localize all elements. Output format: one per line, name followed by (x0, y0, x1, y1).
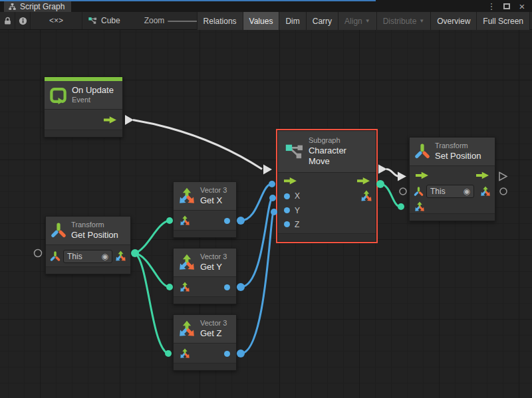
exec-wire-end-arrow (398, 172, 406, 181)
target-field[interactable]: This ◉ (426, 185, 474, 198)
relations-button[interactable]: Relations (197, 12, 243, 30)
wire-getx-charactermove-x (241, 184, 271, 221)
node-get-x[interactable]: Vector 3 Get X (173, 181, 237, 238)
graph-toolbar: <×> Cube Zoom 1x Relations Values Dim Ca… (0, 12, 532, 30)
wire-endpoint (166, 284, 173, 290)
unconnected-port-circle[interactable] (500, 188, 507, 195)
wire-endpoint (269, 195, 276, 201)
window-menu-button[interactable]: ⋮ (486, 0, 497, 12)
values-button[interactable]: Values (243, 12, 279, 30)
lock-icon (3, 16, 13, 26)
node-type: Vector 3 (200, 186, 227, 195)
input-port-x[interactable] (284, 193, 290, 199)
vector3-output-port[interactable] (115, 250, 126, 262)
vector3-output-port[interactable] (360, 190, 372, 202)
float-output-port[interactable] (224, 351, 230, 357)
node-type: Transform (435, 142, 481, 151)
exec-wire-start-arrow (378, 165, 387, 174)
exec-wire-end-arrow (263, 165, 272, 175)
node-title: Get Z (200, 328, 227, 339)
wire-endpoint (237, 349, 245, 357)
wire-endpoint (131, 249, 139, 257)
node-subtitle: Event (72, 96, 114, 105)
transform-input-port[interactable] (50, 251, 61, 262)
graph-canvas[interactable]: On Update Event Transform Get Position (0, 30, 532, 398)
focus-indicator (0, 0, 376, 1)
vector3-input-port[interactable] (414, 201, 425, 212)
float-output-port[interactable] (224, 218, 230, 224)
target-field[interactable]: This ◉ (63, 250, 112, 263)
vector3-input-port[interactable] (180, 215, 190, 226)
node-footer (46, 267, 130, 274)
align-dropdown[interactable]: Align ▼ (338, 12, 376, 30)
graph-hierarchy-icon (8, 3, 17, 11)
node-get-y[interactable]: Vector 3 Get Y (173, 248, 237, 304)
exec-output-port[interactable] (104, 116, 116, 124)
tab-title: Script Graph (20, 2, 65, 11)
chevron-down-icon: ▼ (419, 18, 424, 24)
window-close-button[interactable]: × (516, 0, 528, 12)
unconnected-port-circle[interactable] (400, 188, 406, 195)
node-type: Subgraph (309, 136, 370, 146)
node-get-position[interactable]: Transform Get Position This ◉ (45, 216, 131, 274)
node-footer (410, 214, 495, 221)
exec-output-port[interactable] (357, 177, 370, 185)
distribute-dropdown[interactable]: Distribute ▼ (376, 12, 431, 30)
tab-bar: Script Graph ⋮ × (0, 0, 532, 12)
graph-owner-button[interactable]: Cube (88, 12, 134, 29)
info-icon (18, 16, 28, 26)
wire-endpoint (398, 203, 404, 210)
vector3-icon (178, 254, 196, 271)
unconnected-exec-triangle[interactable] (499, 173, 507, 181)
unconnected-port-circle[interactable] (35, 250, 42, 257)
exec-output-port[interactable] (476, 171, 489, 179)
exec-input-port[interactable] (416, 171, 428, 179)
node-title: Character Move (309, 146, 370, 167)
input-port-z[interactable] (284, 221, 290, 227)
wire-getz-charactermove-z (241, 212, 273, 353)
vector3-input-port[interactable] (180, 282, 190, 292)
info-button[interactable] (15, 12, 30, 29)
node-header[interactable]: Transform Set Position (410, 138, 495, 166)
node-type: Transform (71, 221, 118, 230)
wire-endpoint (166, 217, 173, 224)
overview-button[interactable]: Overview (430, 12, 476, 30)
node-header[interactable]: Vector 3 Get Z (174, 315, 236, 344)
node-set-position[interactable]: Transform Set Position This ◉ (409, 137, 495, 221)
input-port-y[interactable] (284, 207, 290, 213)
dim-button[interactable]: Dim (279, 12, 305, 30)
code-icon: <×> (49, 16, 63, 25)
wire-endpoint (271, 209, 277, 215)
wire-exec-onupdate-charactermove (133, 120, 262, 169)
exec-input-port[interactable] (284, 177, 297, 185)
wire-gety-charactermove-y (241, 198, 272, 287)
node-character-move[interactable]: Subgraph Character Move X Y (277, 130, 376, 242)
subgraph-icon (284, 142, 304, 161)
node-get-z[interactable]: Vector 3 Get Z (173, 314, 237, 371)
vector3-input-port[interactable] (180, 348, 190, 359)
node-on-update[interactable]: On Update Event (44, 76, 123, 138)
object-picker-icon[interactable]: ◉ (464, 187, 470, 195)
edit-script-button[interactable]: <×> (31, 12, 82, 29)
view-buttons-group: Relations Values Dim Carry Align ▼ Distr… (197, 12, 530, 30)
node-header[interactable]: Vector 3 Get X (174, 182, 236, 211)
node-header[interactable]: On Update Event (45, 81, 122, 110)
carry-button[interactable]: Carry (306, 12, 338, 30)
float-output-port[interactable] (224, 284, 230, 290)
wire-endpoint (376, 180, 384, 188)
node-header[interactable]: Subgraph Character Move (278, 131, 376, 173)
node-footer (174, 363, 236, 370)
transform-input-port[interactable] (414, 187, 424, 197)
tab-script-graph[interactable]: Script Graph (4, 1, 71, 12)
object-picker-icon[interactable]: ◉ (102, 252, 108, 260)
loop-event-icon (49, 86, 67, 104)
node-header[interactable]: Vector 3 Get Y (174, 249, 236, 277)
close-icon: × (519, 1, 525, 12)
node-title: Get Y (200, 262, 227, 272)
node-header[interactable]: Transform Get Position (46, 217, 130, 245)
lock-button[interactable] (0, 12, 15, 29)
vector3-output-port[interactable] (480, 186, 491, 197)
window-maximize-button[interactable] (501, 0, 513, 12)
node-footer (174, 297, 236, 304)
full-screen-button[interactable]: Full Screen (476, 12, 530, 30)
